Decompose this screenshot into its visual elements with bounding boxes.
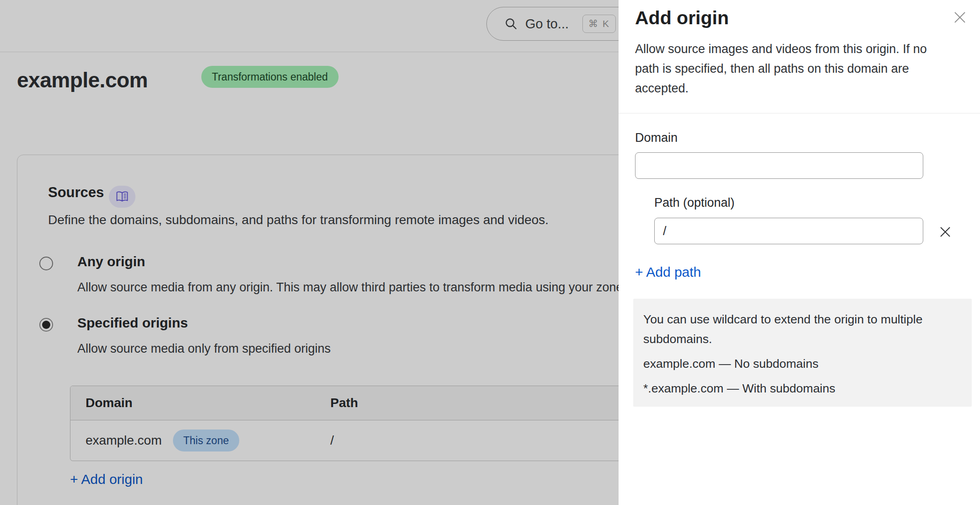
wildcard-example-with-subdomains: *.example.com — With subdomains bbox=[643, 379, 963, 398]
domain-label: Domain bbox=[635, 131, 678, 145]
panel-divider bbox=[619, 113, 980, 113]
panel-description: Allow source images and videos from this… bbox=[635, 39, 952, 98]
panel-title: Add origin bbox=[635, 7, 729, 29]
wildcard-info-text: You can use wildcard to extend the origi… bbox=[643, 310, 963, 349]
wildcard-example-no-subdomains: example.com — No subdomains bbox=[643, 354, 963, 374]
domain-input[interactable] bbox=[635, 152, 923, 179]
close-button[interactable] bbox=[950, 7, 970, 27]
close-icon bbox=[953, 11, 967, 24]
add-path-link[interactable]: + Add path bbox=[635, 264, 701, 280]
wildcard-info-box: You can use wildcard to extend the origi… bbox=[633, 299, 972, 407]
path-input[interactable] bbox=[654, 218, 923, 244]
add-origin-panel: Add origin Allow source images and video… bbox=[619, 0, 980, 505]
path-label: Path (optional) bbox=[654, 196, 735, 210]
remove-path-button[interactable] bbox=[935, 224, 955, 240]
remove-icon bbox=[938, 225, 953, 239]
